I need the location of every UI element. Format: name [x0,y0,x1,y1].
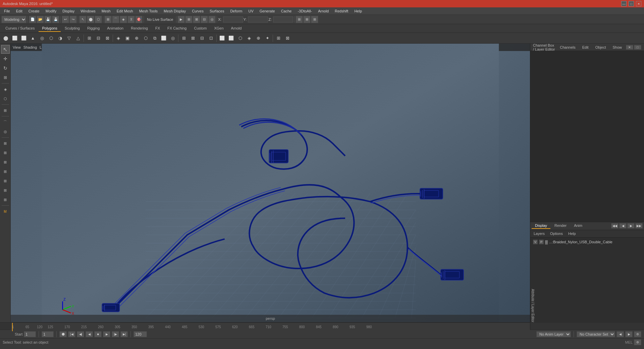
menu-cache[interactable]: Cache [278,8,294,14]
save-button[interactable]: 💾 [44,16,52,23]
new-scene-button[interactable]: 📄 [29,16,36,23]
tab-rigging[interactable]: Rigging [84,25,103,32]
snap-live-button[interactable]: 🎯 [135,16,143,23]
prism-icon-btn[interactable]: ▽ [65,34,73,43]
workspace-dropdown[interactable]: Modeling [1,16,26,23]
redo-button[interactable]: ↪ [69,16,77,23]
attribute-editor-side-tab[interactable]: Attribute / Layer Editor [530,289,535,322]
save-scene-button[interactable]: 💾 [52,16,59,23]
frame-end-input[interactable] [133,331,147,337]
dp-tab-anim[interactable]: Anim [571,223,586,229]
scale-tool-lt[interactable]: ⊞ [1,73,10,82]
separate-icon-btn[interactable]: ⊟ [94,34,103,43]
frame-start-input[interactable] [24,331,36,337]
lt-lower-4[interactable]: ⊞ [1,167,10,176]
select-tool-lt[interactable]: ↖ [1,45,10,54]
menu-file[interactable]: File [1,8,13,14]
menu-uv[interactable]: UV [246,8,256,14]
paint-select-lt[interactable]: ◎ [1,127,10,136]
x-input[interactable] [223,16,243,22]
combine-icon-btn[interactable]: ⊞ [85,34,94,43]
anim-layer-dropdown[interactable]: No Anim Layer [536,331,571,337]
bb-step-back[interactable]: ◀| [77,331,84,337]
tab-polygons[interactable]: Polygons [39,25,60,32]
render-view-button[interactable]: ⊟ [201,16,208,23]
render-settings-button[interactable]: ⊠ [193,16,200,23]
menu-edit-mesh[interactable]: Edit Mesh [114,8,136,14]
menu-redshift[interactable]: Redshift [332,8,351,14]
tab-curves-surfaces[interactable]: Curves / Surfaces [2,25,38,32]
dp-fwd-btn[interactable]: ▶▶ [635,223,643,229]
snap-grid-button[interactable]: ⊞ [104,16,112,23]
dp-tab-render[interactable]: Render [551,223,570,229]
render-button[interactable]: ▶ [177,16,185,23]
edge-flow-icon-btn[interactable]: ⊠ [189,34,197,43]
triangulate-icon-btn[interactable]: ▣ [123,34,132,43]
menu-generate[interactable]: Generate [257,8,278,14]
menu-edit[interactable]: Edit [13,8,25,14]
channel-box-icon[interactable]: ⊞ [296,16,303,23]
menu-arnold[interactable]: Arnold [315,8,331,14]
open-button[interactable]: 📂 [37,16,44,23]
bb-stop[interactable]: ■ [94,331,102,337]
y-input[interactable] [248,16,268,22]
uv-editor-icon-btn[interactable]: ⬜ [218,34,226,43]
menu-mesh-display[interactable]: Mesh Display [161,8,189,14]
auto-uv-icon-btn[interactable]: ◈ [245,34,254,43]
paint-tool-button[interactable]: ⬡ [95,16,102,23]
tab-fx-caching[interactable]: FX Caching [164,25,190,32]
attribute-editor-icon[interactable]: ⊞ [303,16,311,23]
rotate-tool-lt[interactable]: ↻ [1,64,10,72]
lt-lower-5[interactable]: ⊞ [1,177,10,185]
rp-tab-edit[interactable]: Edit [580,45,591,49]
show-manipulator-lt[interactable]: ⊞ [1,106,10,115]
quad-draw-icon-btn[interactable]: ⊕ [132,34,141,43]
menu-surfaces[interactable]: Surfaces [207,8,227,14]
collapse-icon-btn[interactable]: ⊟ [198,34,206,43]
edge-loop-icon-btn[interactable]: ⊞ [179,34,188,43]
lasso-select-lt[interactable]: ⌒ [1,118,10,127]
menu-help[interactable]: Help [352,8,365,14]
cone-icon-btn[interactable]: ▲ [29,34,37,43]
dp-stab-options[interactable]: Options [548,231,565,236]
bridge-icon-btn[interactable]: ⬜ [159,34,168,43]
hypershade-button[interactable]: ◎ [208,16,216,23]
undo-button[interactable]: ↩ [62,16,69,23]
outliner-icon[interactable]: ⊞ [311,16,318,23]
create-poly-type-icon-btn[interactable]: ⊞ [274,34,283,43]
disk-icon-btn[interactable]: ◑ [56,34,64,43]
script-editor-btn[interactable]: ⚙ [634,339,641,345]
pyramid-icon-btn[interactable]: △ [74,34,83,43]
menu-mesh-tools[interactable]: Mesh Tools [137,8,160,14]
tab-custom[interactable]: Custom [191,25,210,32]
mirror-icon-btn[interactable]: ⊠ [283,34,292,43]
planar-map-icon-btn[interactable]: ⬜ [227,34,235,43]
menu-display[interactable]: Display [60,8,77,14]
maximize-button[interactable]: □ [629,1,634,6]
timeline-ruler[interactable]: 1 65 120 125 170 215 260 305 350 395 440… [11,322,530,331]
move-tool-lt[interactable]: ✛ [1,54,10,63]
rp-tab-channels[interactable]: Channels [557,45,578,49]
rp-tab-object[interactable]: Object [593,45,609,49]
frame-current-input[interactable] [42,331,54,337]
lt-lower-7[interactable]: ⊞ [1,195,10,204]
lasso-tool-button[interactable]: ⬤ [87,16,94,23]
cylinder-icon-btn[interactable]: ⬜ [19,34,28,43]
select-tool-button[interactable]: ↖ [79,16,87,23]
tab-fx[interactable]: FX [152,25,163,32]
char-set-dropdown[interactable]: No Character Set [577,331,615,337]
universal-tool-lt[interactable]: ◈ [1,85,10,94]
smooth-icon-btn[interactable]: ◈ [114,34,123,43]
layer-v-checkbox[interactable]: V [533,240,538,244]
tab-rendering[interactable]: Rendering [127,25,151,32]
extrude-icon-btn[interactable]: ⧉ [150,34,159,43]
bb-play-end[interactable]: ▶| [120,331,128,337]
viewport[interactable]: View Shading Lighting Show Renderer Pane… [11,44,530,322]
menu-create[interactable]: Create [26,8,42,14]
minimize-button[interactable]: — [621,1,627,6]
bb-play-back-start[interactable]: |◀ [68,331,75,337]
close-button[interactable]: ✕ [636,1,641,6]
cube-icon-btn[interactable]: ⬜ [10,34,19,43]
dp-stab-help[interactable]: Help [566,231,578,236]
layer-p-checkbox[interactable]: P [539,240,544,244]
